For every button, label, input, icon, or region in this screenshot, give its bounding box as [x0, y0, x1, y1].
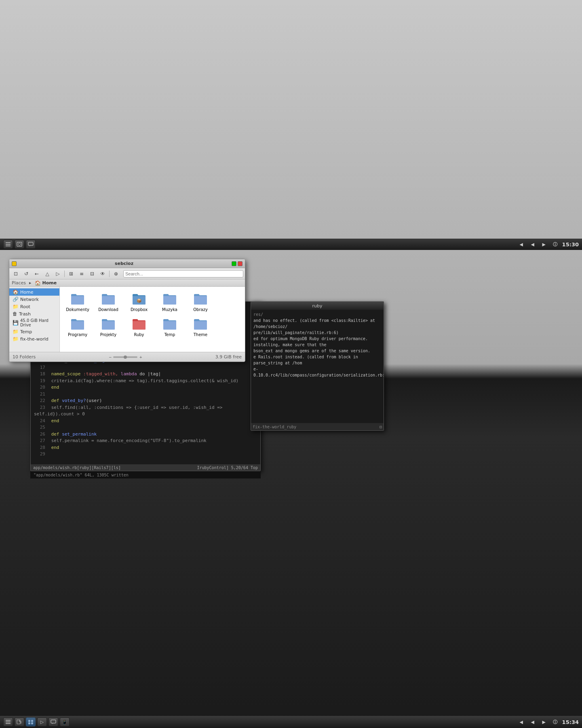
term-line-23: 23 self.find(:all, :conditions => {:user… [34, 404, 257, 418]
fm-icon-grid: Dokumenty Download [63, 290, 242, 339]
fm-titlebar: sebcioz [9, 259, 245, 268]
svg-text:📦: 📦 [137, 298, 142, 303]
folder-ruby[interactable]: Ruby [124, 315, 154, 339]
fm-tool-compact-view[interactable]: ⊟ [87, 269, 97, 278]
term-line-18: 18 named_scope :tagged_with, lambda do |… [34, 371, 257, 378]
bottom-chat-btn[interactable] [48, 717, 58, 726]
term-status-mid: IrubyControl] 5,20/64 Top [197, 466, 258, 470]
term-right-line-1: res/ [253, 311, 381, 317]
folder-dropbox[interactable]: 📦 Dropbox [124, 290, 154, 313]
folder-download-icon [101, 292, 116, 306]
term-right-line-8: installing, make sure that the [253, 342, 381, 348]
taskbar-top-right: ◀ ◀ ▶ ⓘ 15:30 [517, 240, 579, 249]
bottom-file-btn[interactable] [15, 717, 24, 726]
temp-icon: 📁 [13, 329, 19, 334]
folder-obrazy-label: Obrazy [193, 307, 208, 312]
top-menu-button[interactable] [3, 240, 13, 249]
bottom-menu-btn[interactable] [3, 717, 13, 726]
term-line-27: 27 self.permalink = name.force_encoding(… [34, 438, 257, 444]
taskbar-top: ◀ ◀ ▶ ⓘ 15:30 [0, 239, 582, 250]
folder-theme-label: Theme [194, 332, 208, 337]
folder-obrazy-icon [193, 292, 208, 306]
bottom-volume-icon[interactable]: ◀ [528, 717, 537, 726]
bottom-phone-btn[interactable]: 📱 [60, 717, 70, 726]
fm-maximize-btn[interactable] [232, 261, 236, 266]
folder-dropbox-icon: 📦 [132, 292, 146, 306]
folder-projekty[interactable]: Projekty [94, 315, 123, 339]
top-volume-icon[interactable]: ◀ [528, 240, 537, 249]
svg-rect-9 [6, 723, 11, 724]
bottom-back-icon[interactable]: ◀ [517, 717, 526, 726]
folder-muzyka-icon [162, 292, 177, 306]
fm-search-input[interactable] [123, 270, 243, 277]
fm-tool-preview[interactable]: 👁 [98, 269, 108, 278]
terminal-right-resize[interactable]: ⊡ [380, 425, 382, 429]
fm-statusbar: 10 Folders − + 3.9 GiB free [9, 352, 245, 362]
top-back-icon[interactable]: ◀ [517, 240, 526, 249]
taskbar-bottom-left: ▷ 📱 [3, 717, 70, 726]
fm-window-buttons-right [232, 261, 242, 266]
fm-sidebar-network[interactable]: 🔗 Network [9, 296, 59, 303]
fm-tool-home[interactable]: ⊡ [11, 269, 21, 278]
svg-rect-15 [51, 720, 56, 723]
file-manager-window: sebcioz ⊡ ↺ ← △ ▷ ⊞ ≡ ⊟ 👁 ⊕ Places ▸ 🏠 H… [9, 259, 245, 362]
bottom-clock: 15:34 [562, 719, 579, 725]
svg-rect-12 [31, 720, 33, 722]
fm-tool-extra[interactable]: ⊕ [111, 269, 121, 278]
fm-tool-back[interactable]: ← [32, 269, 42, 278]
fm-tool-list-view[interactable]: ≡ [77, 269, 86, 278]
svg-rect-1 [6, 244, 11, 245]
fm-sidebar-fixtheworld[interactable]: 📁 fix-the-world [9, 335, 59, 343]
term-line-19: 19 criteria.id(Tag).where(:name => tag).… [34, 378, 257, 385]
fm-tool-icon-view[interactable]: ⊞ [66, 269, 76, 278]
folder-temp[interactable]: Temp [155, 315, 184, 339]
term-line-28: 28 end [34, 444, 257, 451]
fixtheworld-icon: 📁 [13, 336, 19, 342]
folder-dokumenty[interactable]: Dokumenty [63, 290, 92, 313]
fm-zoom-slider[interactable] [113, 356, 137, 358]
folder-temp-icon [162, 317, 177, 331]
folder-theme[interactable]: Theme [186, 315, 215, 339]
bottom-app-btn[interactable] [26, 717, 36, 726]
folder-theme-icon [193, 317, 208, 331]
fm-tool-forward[interactable]: ▷ [53, 269, 63, 278]
fm-toolbar: ⊡ ↺ ← △ ▷ ⊞ ≡ ⊟ 👁 ⊕ [9, 268, 245, 279]
top-info-icon[interactable]: ⓘ [551, 240, 560, 249]
fm-sidebar-root-label: Root [20, 304, 30, 309]
trash-icon: 🗑 [13, 311, 17, 317]
bottom-info-icon[interactable]: ⓘ [551, 717, 560, 726]
fm-sidebar-home[interactable]: 🏠 Home [9, 288, 59, 296]
taskbar-top-left [3, 240, 36, 249]
fm-tool-refresh[interactable]: ↺ [21, 269, 31, 278]
fm-sidebar-root[interactable]: 📁 Root [9, 303, 59, 310]
terminal-right-path: fix-the-world_ruby [253, 425, 296, 429]
folder-download[interactable]: Download [94, 290, 123, 313]
term-line-20: 20 end [34, 384, 257, 391]
fm-close-btn[interactable] [238, 261, 242, 266]
bottom-play-btn[interactable]: ▷ [37, 717, 47, 726]
folder-ruby-label: Ruby [134, 332, 144, 337]
root-icon: 📁 [13, 304, 19, 309]
fm-free-space: 3.9 GiB free [215, 354, 242, 360]
folder-programy-label: Programy [68, 332, 87, 337]
term-line-21: 21 [34, 391, 257, 398]
fm-sidebar-harddrive[interactable]: 💾 45.0 GiB Hard Drive [9, 317, 59, 328]
fm-minimize-btn[interactable] [12, 261, 17, 266]
folder-muzyka[interactable]: Muzyka [155, 290, 184, 313]
fm-tool-up[interactable]: △ [42, 269, 52, 278]
fm-location: Home [42, 280, 57, 286]
folder-programy[interactable]: Programy [63, 315, 92, 339]
fm-sidebar-temp[interactable]: 📁 Temp [9, 328, 59, 335]
top-chat-button[interactable] [26, 240, 36, 249]
folder-muzyka-label: Muzyka [162, 307, 177, 312]
fm-separator-2 [109, 271, 110, 277]
fm-sidebar-trash[interactable]: 🗑 Trash [9, 310, 59, 317]
home-icon: 🏠 [13, 289, 19, 295]
term-line-26: 26 def set_permalink [34, 431, 257, 438]
bottom-forward-icon[interactable]: ▶ [540, 717, 548, 726]
top-screenshot-button[interactable] [15, 240, 24, 249]
folder-obrazy[interactable]: Obrazy [186, 290, 215, 313]
term-line-25: 25 [34, 424, 257, 431]
fm-folder-count: 10 Folders [13, 354, 36, 360]
top-forward-icon[interactable]: ▶ [540, 240, 548, 249]
